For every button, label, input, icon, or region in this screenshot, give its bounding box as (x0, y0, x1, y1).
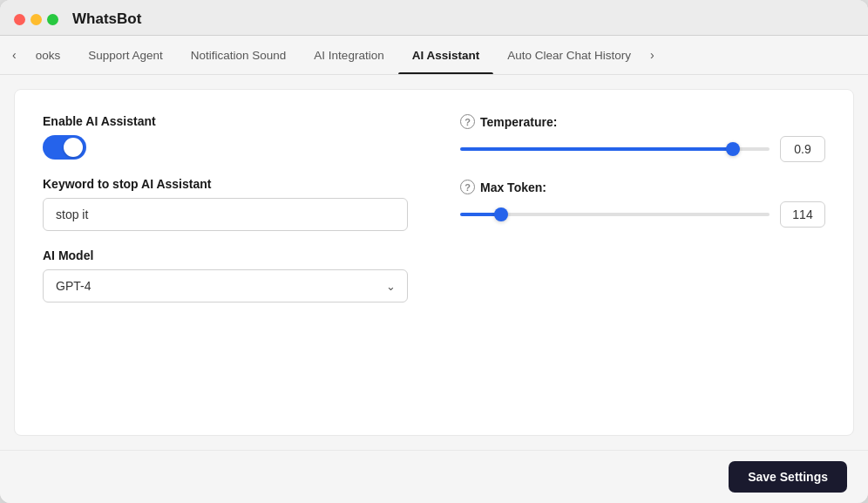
model-section: AI Model GPT-4 GPT-3.5 GPT-4o ⌄ (43, 248, 408, 302)
tab-auto-clear[interactable]: Auto Clear Chat History (493, 36, 645, 74)
temperature-section: ? Temperature: (460, 114, 825, 162)
enable-ai-toggle[interactable] (43, 135, 86, 160)
max-token-value-input[interactable] (780, 201, 825, 228)
traffic-lights (14, 14, 58, 25)
app-window: WhatsBot ‹ ooks Support Agent Notificati… (0, 0, 868, 503)
maximize-button[interactable] (47, 14, 58, 25)
tab-notification-sound[interactable]: Notification Sound (177, 36, 301, 74)
tab-ai-integration[interactable]: AI Integration (300, 36, 397, 74)
max-token-label: Max Token: (480, 180, 546, 194)
titlebar: WhatsBot (0, 0, 868, 36)
tab-prev-button[interactable]: ‹ (7, 36, 22, 74)
app-title: WhatsBot (72, 10, 141, 28)
max-token-slider[interactable] (460, 213, 770, 216)
tab-support-agent[interactable]: Support Agent (74, 36, 177, 74)
main-content: Enable AI Assistant Keyword to stop AI A… (14, 89, 854, 436)
model-select-wrapper: GPT-4 GPT-3.5 GPT-4o ⌄ (43, 269, 408, 302)
temperature-help-icon: ? (460, 114, 475, 129)
max-token-section: ? Max Token: (460, 180, 825, 228)
tab-next-button[interactable]: › (645, 36, 660, 74)
temperature-header: ? Temperature: (460, 114, 825, 129)
enable-ai-section: Enable AI Assistant (43, 114, 408, 160)
minimize-button[interactable] (31, 14, 42, 25)
temperature-control (460, 136, 825, 162)
left-column: Enable AI Assistant Keyword to stop AI A… (43, 114, 408, 411)
settings-grid: Enable AI Assistant Keyword to stop AI A… (43, 114, 825, 411)
model-select[interactable]: GPT-4 GPT-3.5 GPT-4o (43, 269, 408, 302)
tab-hooks[interactable]: ooks (22, 36, 75, 74)
footer: Save Settings (0, 450, 868, 503)
save-settings-button[interactable]: Save Settings (729, 461, 847, 493)
close-button[interactable] (14, 14, 25, 25)
keyword-label: Keyword to stop AI Assistant (43, 177, 408, 191)
enable-ai-label: Enable AI Assistant (43, 114, 408, 128)
toggle-knob (64, 138, 83, 157)
temperature-label: Temperature: (480, 115, 557, 129)
keyword-input[interactable] (43, 198, 408, 231)
right-column: ? Temperature: ? Max Token: (460, 114, 825, 411)
tab-ai-assistant[interactable]: AI Assistant (398, 36, 494, 74)
model-label: AI Model (43, 248, 408, 262)
temperature-slider[interactable] (460, 147, 770, 151)
max-token-help-icon: ? (460, 180, 475, 194)
temperature-value-input[interactable] (780, 136, 825, 162)
keyword-section: Keyword to stop AI Assistant (43, 177, 408, 231)
tabbar: ‹ ooks Support Agent Notification Sound … (0, 36, 868, 75)
max-token-header: ? Max Token: (460, 180, 825, 194)
max-token-control (460, 201, 825, 228)
